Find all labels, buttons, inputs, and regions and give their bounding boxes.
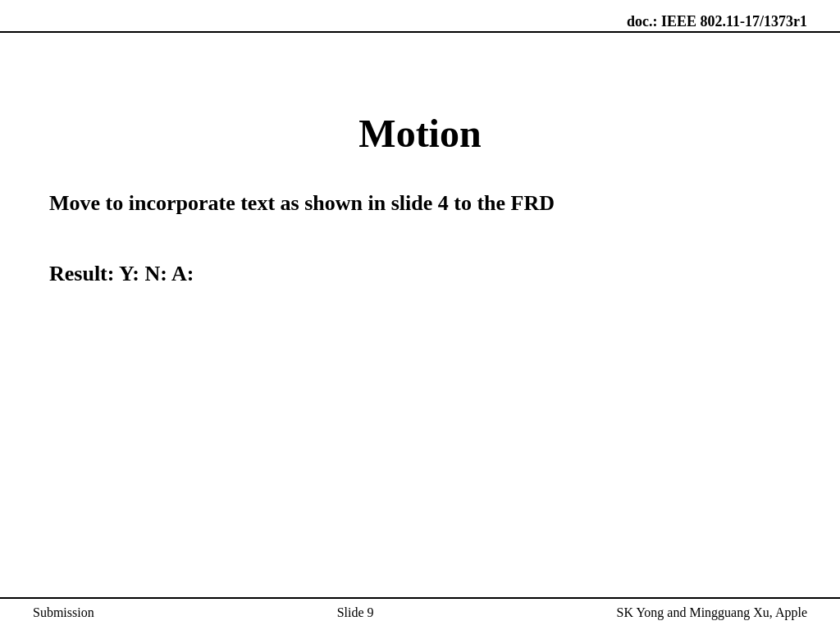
- main-content: Motion Move to incorporate text as shown…: [0, 70, 840, 630]
- top-border-line: [0, 31, 840, 33]
- footer-border-line: [0, 597, 840, 599]
- doc-reference: doc.: IEEE 802.11-17/1373r1: [627, 13, 807, 30]
- slide-title: Motion: [49, 111, 791, 156]
- footer-submission-label: Submission: [33, 605, 94, 620]
- footer-slide-number: Slide 9: [337, 605, 374, 620]
- footer-content: Submission Slide 9 SK Yong and Mingguang…: [0, 605, 840, 630]
- result-text: Result: Y: N: A:: [49, 259, 791, 289]
- header: doc.: IEEE 802.11-17/1373r1: [0, 7, 840, 30]
- footer: Submission Slide 9 SK Yong and Mingguang…: [0, 597, 840, 630]
- slide-container: doc.: IEEE 802.11-17/1373r1 Motion Move …: [0, 0, 840, 630]
- footer-authors: SK Yong and Mingguang Xu, Apple: [617, 605, 807, 620]
- motion-text: Move to incorporate text as shown in sli…: [49, 189, 791, 218]
